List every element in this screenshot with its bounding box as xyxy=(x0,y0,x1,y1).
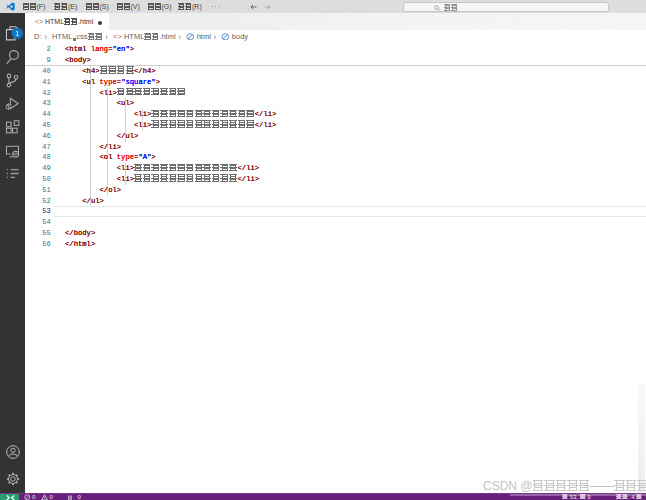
svg-text:1: 1 xyxy=(15,29,19,38)
